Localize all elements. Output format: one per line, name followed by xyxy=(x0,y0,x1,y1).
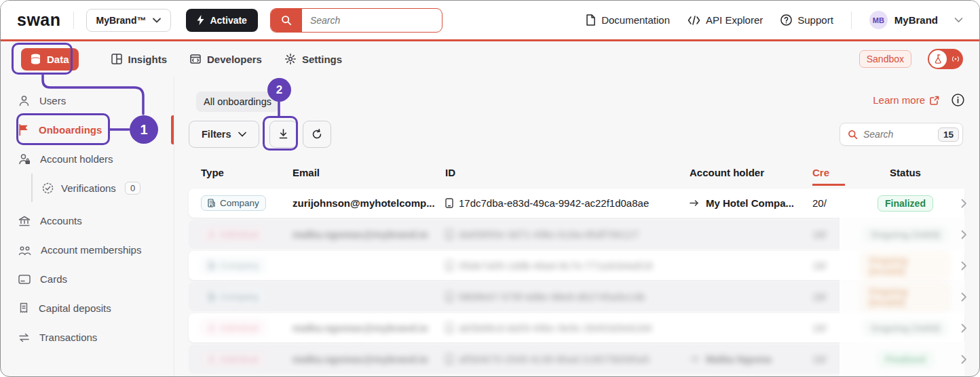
project-selector[interactable]: MyBrand™ xyxy=(86,9,172,32)
created-cell: 18/ xyxy=(812,353,861,365)
nav-tab-developers[interactable]: Developers xyxy=(190,54,262,65)
capital-deposit-icon xyxy=(18,302,29,314)
id-value: fd69fe67-579f-4d8e-98e8-d62745a5e14b xyxy=(459,291,645,302)
sidebar-item-transactions[interactable]: Transactions xyxy=(1,323,174,352)
user-icon xyxy=(18,95,30,106)
id-value: 05de7a55-1ddb-46a4-8c7e-771a3cb4a918 xyxy=(459,260,652,271)
tab-all-onboardings[interactable]: All onboardings xyxy=(196,92,279,112)
top-header: swan MyBrand™ Activate Documentation API… xyxy=(1,1,979,39)
person-icon xyxy=(208,324,215,332)
chevron-down-icon xyxy=(238,132,246,137)
verifications-count-badge: 0 xyxy=(125,182,140,195)
table-search[interactable]: 15 xyxy=(840,123,963,146)
external-link-icon xyxy=(930,96,939,105)
refresh-button[interactable] xyxy=(303,121,331,148)
global-search-input[interactable] xyxy=(302,9,442,32)
copy-icon[interactable] xyxy=(445,354,453,364)
status-badge: Finalized xyxy=(878,351,933,368)
status-badge: Ongoing (Valid) xyxy=(863,226,947,243)
learn-more-label: Learn more xyxy=(873,94,925,106)
sidebar-item-verifications[interactable]: Verifications 0 xyxy=(33,175,174,201)
search-count-badge: 15 xyxy=(938,127,959,142)
email-cell: malka.ngomas@mybrand.io xyxy=(293,229,445,240)
filters-button[interactable]: Filters xyxy=(189,121,259,148)
table-search-input[interactable] xyxy=(863,129,932,140)
copy-icon[interactable] xyxy=(445,198,453,208)
annotation-step-1: 1 xyxy=(130,115,158,144)
environment-toggle[interactable] xyxy=(928,49,963,69)
sidebar-item-verifications-label: Verifications xyxy=(61,182,116,194)
main-content: All onboardings Learn more Filters xyxy=(174,77,979,377)
type-label: Individual xyxy=(220,229,259,239)
table-rows: Company zurijohnson@myhotelcomp... 17dc7… xyxy=(189,188,964,374)
nav-tab-insights[interactable]: Insights xyxy=(111,54,168,65)
nav-tab-developers-label: Developers xyxy=(207,54,262,65)
api-explorer-label: API Explorer xyxy=(706,14,763,26)
memberships-icon xyxy=(18,245,31,256)
copy-icon[interactable] xyxy=(445,260,453,271)
sidebar-item-cards[interactable]: Cards xyxy=(1,264,174,294)
nav-tab-settings[interactable]: Settings xyxy=(285,54,342,65)
sidebar-item-account-memberships[interactable]: Account memberships xyxy=(1,235,174,264)
copy-icon[interactable] xyxy=(445,323,453,333)
settings-icon xyxy=(285,54,296,64)
chevron-right-icon[interactable] xyxy=(961,230,967,239)
nav-right: Sandbox xyxy=(859,49,963,69)
sidebar-item-accounts-label: Accounts xyxy=(40,215,82,226)
copy-icon[interactable] xyxy=(445,229,453,239)
nav-tab-insights-label: Insights xyxy=(128,54,168,65)
sidebar-item-users[interactable]: Users xyxy=(1,86,174,115)
table-row[interactable]: Company zurijohnson@myhotelcomp... 17dc7… xyxy=(189,188,964,218)
table-row[interactable]: Company fd69fe67-579f-4d8e-98e8-d62745a5… xyxy=(189,282,964,311)
help-icon xyxy=(780,14,792,26)
documentation-link[interactable]: Documentation xyxy=(586,14,670,26)
activate-label: Activate xyxy=(210,15,246,26)
type-label: Company xyxy=(220,292,259,302)
column-header-status: Status xyxy=(861,167,949,178)
table-row[interactable]: Company 05de7a55-1ddb-46a4-8c7e-771a3cb4… xyxy=(189,251,964,280)
type-badge: Individual xyxy=(201,320,265,336)
sidebar-item-capital-deposits[interactable]: Capital deposits xyxy=(1,294,174,323)
column-header-id: ID xyxy=(445,167,690,178)
type-label: Individual xyxy=(220,354,259,364)
annotation-step-2: 2 xyxy=(267,78,291,102)
account-holder-value: My Hotel Compa... xyxy=(706,197,794,209)
column-header-created[interactable]: Cre xyxy=(812,167,861,178)
id-cell: af584670-2649-4c38-86ad-2c8075b585a5 xyxy=(445,353,690,365)
api-explorer-link[interactable]: API Explorer xyxy=(687,14,763,26)
export-button[interactable] xyxy=(269,121,298,148)
sandbox-badge[interactable]: Sandbox xyxy=(859,50,911,68)
type-badge: Company xyxy=(201,289,266,304)
id-cell: ab5b88cd-da59-49bc-9e9c-2b063d3eb2d4 xyxy=(445,322,690,334)
verification-icon xyxy=(42,182,54,194)
created-cell: 18/ xyxy=(812,291,861,302)
table-row[interactable]: Individual malka.ngomas@mybrand.io af584… xyxy=(189,344,964,374)
app-window: swan MyBrand™ Activate Documentation API… xyxy=(0,0,980,377)
status-badge: Ongoing (Valid) xyxy=(863,320,947,336)
table-row[interactable]: Individual malka.ngomas@mybrand.io ab5b8… xyxy=(189,313,964,342)
global-search[interactable] xyxy=(270,8,442,33)
id-cell: fd69fe67-579f-4d8e-98e8-d62745a5e14b xyxy=(445,291,690,302)
account-menu[interactable]: MB MyBrand xyxy=(869,11,963,29)
chevron-right-icon[interactable] xyxy=(961,199,967,208)
id-cell: 05de7a55-1ddb-46a4-8c7e-771a3cb4a918 xyxy=(445,260,690,271)
account-holder-icon xyxy=(18,153,31,165)
sidebar-item-account-holders[interactable]: Account holders xyxy=(1,144,174,174)
sidebar-item-accounts[interactable]: Accounts xyxy=(1,206,174,235)
support-link[interactable]: Support xyxy=(780,14,833,26)
insights-icon xyxy=(111,54,122,64)
search-icon xyxy=(271,9,302,32)
chevron-right-icon[interactable] xyxy=(961,261,967,271)
person-icon xyxy=(208,355,215,363)
search-icon xyxy=(848,130,858,140)
info-icon[interactable] xyxy=(951,94,964,106)
table-row[interactable]: Individual malka.ngomas@mybrand.io da658… xyxy=(189,220,964,249)
chevron-right-icon[interactable] xyxy=(961,355,967,364)
learn-more-link[interactable]: Learn more xyxy=(873,94,939,106)
nav-tab-data[interactable]: Data xyxy=(21,48,79,71)
chevron-right-icon[interactable] xyxy=(961,292,967,302)
chevron-right-icon[interactable] xyxy=(961,323,967,333)
activate-button[interactable]: Activate xyxy=(186,9,257,32)
copy-icon[interactable] xyxy=(445,292,453,302)
avatar: MB xyxy=(869,11,888,29)
